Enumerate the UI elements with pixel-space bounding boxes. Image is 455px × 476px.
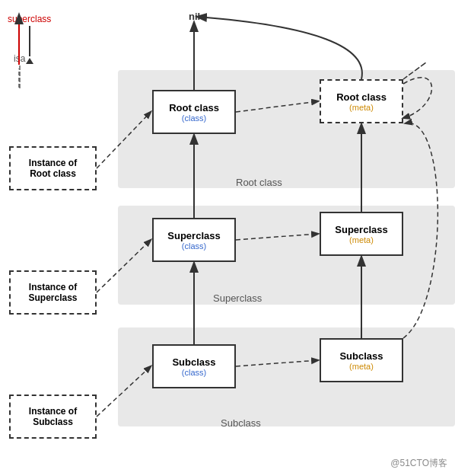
watermark: @51CTO博客 [390,457,447,470]
isa-axis-label: isa [14,53,25,90]
root-class-box: Root class (class) [152,90,236,134]
band-subclass-label: Subclass [221,417,261,429]
main-diagram: superclass isa nil Root class Superclass… [0,0,455,476]
subclass-class-box: Subclass (class) [152,344,236,388]
superclass-meta-box: Superclass (meta) [320,212,403,256]
root-meta-box: Root class (meta) [320,79,403,123]
superclass-class-box: Superclass (class) [152,218,236,262]
nil-label: nil [189,11,200,22]
band-root-label: Root class [236,177,282,188]
instance-subclass-box: Instance of Subclass [9,395,97,439]
band-superclass-label: Superclass [213,292,262,304]
instance-superclass-box: Instance of Superclass [9,270,97,315]
subclass-meta-box: Subclass (meta) [320,338,403,382]
instance-root-box: Instance of Root class [9,146,97,190]
